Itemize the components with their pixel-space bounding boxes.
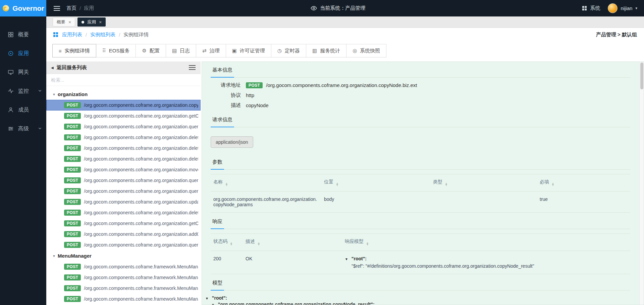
response-code: 200 <box>211 251 243 274</box>
monitor-pulse-icon <box>8 88 14 94</box>
service-path: /org.gocom.components.coframe.org.organi… <box>84 135 198 140</box>
breadcrumb-instance-group-list[interactable]: 实例组列表 <box>90 32 115 38</box>
service-item[interactable]: POST /org.gocom.components.coframe.org.o… <box>46 229 201 239</box>
service-item[interactable]: POST /org.gocom.components.coframe.org.o… <box>46 143 201 154</box>
sort-icon[interactable]: ▲▼ <box>366 242 369 246</box>
system-label[interactable]: 系统 <box>590 5 600 11</box>
clock-icon: ◷ <box>277 48 282 54</box>
sidebar-item-overview[interactable]: 概要 <box>0 25 46 44</box>
section-model: 模型 <box>211 275 630 291</box>
system-grid-icon[interactable] <box>582 6 587 11</box>
eye-icon <box>311 5 317 11</box>
section-title-model[interactable]: 模型 <box>211 275 224 291</box>
service-item[interactable]: POST /org.gocom.components.coframe.org.o… <box>46 175 201 186</box>
user-menu-caret-icon[interactable]: ▾ <box>635 6 637 10</box>
panel-menu-icon[interactable] <box>189 65 196 70</box>
close-icon[interactable]: × <box>99 19 102 25</box>
response-model-ref: "$ref": "#/definitions/org.gocom.compone… <box>345 263 628 269</box>
scrollbar-track[interactable] <box>639 62 644 305</box>
service-item[interactable]: POST /org.gocom.components.coframe.org.o… <box>46 111 201 121</box>
gateway-icon <box>8 69 14 75</box>
tool-tab-service-stats[interactable]: ▥服务统计 <box>306 44 346 57</box>
tool-tab-snapshot[interactable]: ◎系统快照 <box>346 44 386 57</box>
service-item[interactable]: POST /org.gocom.components.coframe.org.o… <box>46 100 201 111</box>
page-tab-app[interactable]: 应用 × <box>77 17 106 27</box>
service-item[interactable]: POST /org.gocom.components.coframe.org.o… <box>46 207 201 218</box>
tool-tab-timer[interactable]: ◷定时器 <box>271 44 306 57</box>
top-header: Governor 首页 / 应用 当前系统：产品管理 系统 nijian ▾ <box>0 0 644 16</box>
param-name: org.gocom.components.coframe.org.organiz… <box>213 197 319 207</box>
sort-icon[interactable]: ▲▼ <box>551 183 554 186</box>
caret-down-icon[interactable]: ▼ <box>205 297 209 300</box>
content-type-chip[interactable]: application/json <box>211 136 253 148</box>
method-badge: POST <box>246 82 263 88</box>
crumb-home[interactable]: 首页 <box>66 5 76 11</box>
caret-down-icon[interactable]: ▼ <box>345 257 348 261</box>
request-address-value: /org.gocom.components.coframe.org.organi… <box>266 82 417 88</box>
caret-down-icon[interactable]: ▼ <box>211 303 215 305</box>
app-logo[interactable]: Governor <box>0 0 46 16</box>
tool-tab-log[interactable]: ▤日志 <box>166 44 196 57</box>
menu-toggle-icon[interactable] <box>52 4 61 12</box>
service-item[interactable]: POST /org.gocom.components.coframe.org.o… <box>46 132 201 143</box>
service-search <box>46 74 201 86</box>
back-to-service-list[interactable]: ◀ 返回服务列表 <box>46 61 201 74</box>
service-item[interactable]: POST /org.gocom.components.coframe.org.o… <box>46 164 201 175</box>
section-params: 参数 <box>211 155 630 170</box>
scrollbar-thumb[interactable] <box>640 62 643 89</box>
user-avatar[interactable] <box>608 3 618 13</box>
close-icon[interactable]: × <box>68 19 71 25</box>
protocol-row: 协议 http <box>211 92 630 98</box>
section-title-request[interactable]: 请求信息 <box>211 112 234 127</box>
sort-icon[interactable]: ▲▼ <box>336 183 339 186</box>
service-path: /org.gocom.components.coframe.org.organi… <box>84 124 198 129</box>
description-value: copyNode <box>246 102 269 108</box>
section-title-basic[interactable]: 基本信息 <box>211 62 234 78</box>
service-item[interactable]: POST /org.gocom.components.coframe.frame… <box>46 261 201 272</box>
service-item[interactable]: POST /org.gocom.components.coframe.org.o… <box>46 197 201 207</box>
service-item[interactable]: POST /org.gocom.components.coframe.frame… <box>46 294 201 304</box>
breadcrumb-app-list[interactable]: 应用列表 <box>62 32 82 38</box>
tool-tab-eos-service[interactable]: ⠿EOS服务 <box>96 44 136 57</box>
tool-tab-config[interactable]: ⚙配置 <box>136 44 166 57</box>
service-item[interactable]: POST /org.gocom.components.coframe.org.o… <box>46 218 201 229</box>
section-title-response[interactable]: 响应 <box>211 214 224 229</box>
open-tabs-strip: 概要 × 应用 × <box>46 16 644 28</box>
method-badge: POST <box>64 274 81 280</box>
service-item[interactable]: POST /org.gocom.components.coframe.org.o… <box>46 186 201 197</box>
service-item[interactable]: POST /org.gocom.components.coframe.frame… <box>46 283 201 294</box>
service-item[interactable]: POST /org.gocom.components.coframe.org.o… <box>46 239 201 250</box>
sidebar-item-member[interactable]: 成员 <box>0 100 46 119</box>
service-group-menumanager[interactable]: ▾ MenuManager <box>46 250 201 261</box>
param-required: true <box>537 191 630 212</box>
page-tab-overview[interactable]: 概要 × <box>53 17 75 27</box>
caret-down-icon: ▾ <box>53 254 55 258</box>
service-tree: ▾ organization POST /org.gocom.component… <box>46 86 201 305</box>
sort-icon[interactable]: ▲▼ <box>257 242 260 246</box>
sidebar-item-app[interactable]: 应用 <box>0 44 46 63</box>
username[interactable]: nijian <box>621 5 632 11</box>
sidebar-item-advanced[interactable]: 高级 <box>0 119 46 138</box>
section-title-params[interactable]: 参数 <box>211 155 224 170</box>
service-group-organization-items: POST /org.gocom.components.coframe.org.o… <box>46 100 201 250</box>
tool-tab-license[interactable]: ▣许可证管理 <box>226 44 271 57</box>
tool-tab-governance[interactable]: ⇄治理 <box>196 44 226 57</box>
header-breadcrumb: 首页 / 应用 <box>66 5 94 11</box>
method-badge: POST <box>64 231 81 237</box>
sort-icon[interactable]: ▲▼ <box>225 183 228 186</box>
service-item[interactable]: POST /org.gocom.components.coframe.frame… <box>46 272 201 283</box>
search-input[interactable] <box>51 77 196 83</box>
service-item[interactable]: POST /org.gocom.components.coframe.org.o… <box>46 121 201 132</box>
sort-icon[interactable]: ▲▼ <box>445 183 448 186</box>
section-request-info: 请求信息 <box>211 112 630 127</box>
sort-icon[interactable]: ▲▼ <box>230 242 233 246</box>
response-table: 状态码▲▼ 描述▲▼ 响应模型▲▼ 200 OK ▼ "root": <box>211 233 630 274</box>
sidebar-item-monitor[interactable]: 监控 <box>0 82 46 100</box>
service-group-organization[interactable]: ▾ organization <box>46 89 201 100</box>
sidebar-item-gateway[interactable]: 网关 <box>0 63 46 82</box>
tool-tab-instance-group-detail[interactable]: ≡实例组详情 <box>52 44 96 57</box>
service-item[interactable]: POST /org.gocom.components.coframe.org.o… <box>46 154 201 164</box>
active-dot-icon <box>82 21 84 24</box>
breadcrumb-grid-icon <box>53 32 62 37</box>
method-badge: POST <box>64 264 81 270</box>
